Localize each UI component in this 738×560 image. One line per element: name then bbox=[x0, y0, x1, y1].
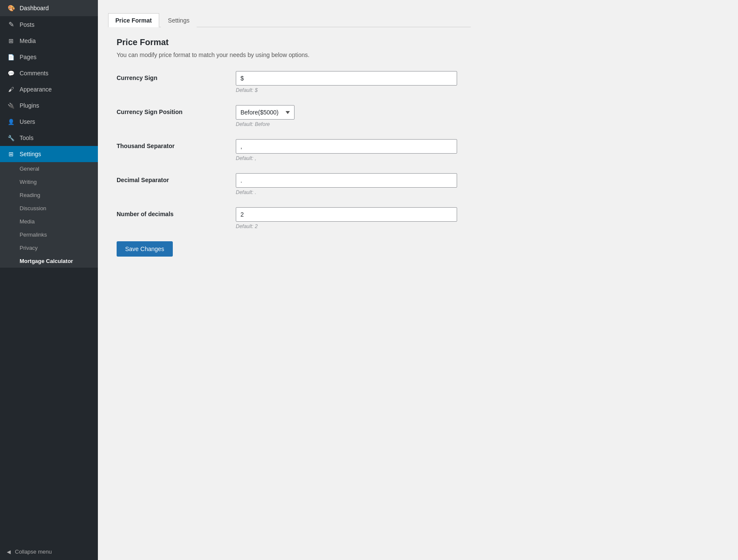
submenu-item-permalinks[interactable]: Permalinks bbox=[0, 228, 98, 241]
collapse-icon bbox=[7, 549, 11, 555]
sidebar-item-label: Tools bbox=[20, 134, 34, 141]
decimal-separator-label: Decimal Separator bbox=[117, 173, 236, 183]
sidebar: Dashboard Posts Media Pages Comments App… bbox=[0, 0, 98, 560]
page-body: Price Format You can modify price format… bbox=[108, 37, 471, 265]
collapse-menu-label: Collapse menu bbox=[15, 549, 52, 555]
submenu-item-media[interactable]: Media bbox=[0, 215, 98, 228]
page-title: Price Format bbox=[117, 37, 462, 47]
pages-icon bbox=[7, 53, 15, 61]
currency-position-select[interactable]: Before($5000) After($5000) bbox=[236, 105, 295, 120]
dashboard-icon bbox=[7, 4, 15, 12]
tab-price-format[interactable]: Price Format bbox=[108, 13, 159, 27]
submenu-item-mortgage-calculator[interactable]: Mortgage Calculator bbox=[0, 254, 98, 268]
currency-sign-default: Default: $ bbox=[236, 87, 457, 93]
main-content: Price Format Settings Price Format You c… bbox=[98, 0, 738, 560]
sidebar-item-label: Settings bbox=[20, 151, 41, 157]
currency-position-default: Default: Before bbox=[236, 121, 457, 127]
num-decimals-row: Number of decimals Default: 2 bbox=[117, 207, 462, 229]
tab-settings[interactable]: Settings bbox=[161, 13, 197, 27]
currency-position-control: Before($5000) After($5000) Default: Befo… bbox=[236, 105, 457, 127]
submenu-item-reading[interactable]: Reading bbox=[0, 189, 98, 202]
sidebar-item-dashboard[interactable]: Dashboard bbox=[0, 0, 98, 16]
submenu-item-general[interactable]: General bbox=[0, 162, 98, 175]
sidebar-item-settings[interactable]: Settings bbox=[0, 146, 98, 162]
num-decimals-label: Number of decimals bbox=[117, 207, 236, 217]
page-description: You can modify price format to match you… bbox=[117, 51, 462, 58]
thousand-separator-default: Default: , bbox=[236, 155, 457, 161]
sidebar-item-label: Dashboard bbox=[20, 5, 49, 11]
plugins-icon bbox=[7, 102, 15, 109]
sidebar-item-label: Posts bbox=[20, 21, 34, 28]
submenu-item-writing[interactable]: Writing bbox=[0, 175, 98, 189]
sidebar-item-label: Pages bbox=[20, 54, 37, 60]
thousand-separator-input[interactable] bbox=[236, 139, 457, 154]
tools-icon bbox=[7, 134, 15, 142]
sidebar-item-label: Users bbox=[20, 118, 35, 125]
sidebar-item-label: Appearance bbox=[20, 86, 52, 93]
save-button-container: Save Changes bbox=[117, 241, 462, 257]
sidebar-item-media[interactable]: Media bbox=[0, 33, 98, 49]
sidebar-item-pages[interactable]: Pages bbox=[0, 49, 98, 65]
save-changes-button[interactable]: Save Changes bbox=[117, 241, 173, 257]
media-icon bbox=[7, 37, 15, 45]
sidebar-item-posts[interactable]: Posts bbox=[0, 16, 98, 33]
currency-sign-label: Currency Sign bbox=[117, 71, 236, 81]
collapse-menu-button[interactable]: Collapse menu bbox=[0, 543, 98, 560]
comments-icon bbox=[7, 69, 15, 77]
thousand-separator-control: Default: , bbox=[236, 139, 457, 161]
posts-icon bbox=[7, 20, 15, 29]
currency-position-label: Currency Sign Position bbox=[117, 105, 236, 115]
users-icon bbox=[7, 118, 15, 126]
sidebar-item-tools[interactable]: Tools bbox=[0, 130, 98, 146]
submenu-item-privacy[interactable]: Privacy bbox=[0, 241, 98, 254]
decimal-separator-control: Default: . bbox=[236, 173, 457, 195]
decimal-separator-default: Default: . bbox=[236, 189, 457, 195]
currency-sign-input[interactable] bbox=[236, 71, 457, 86]
sidebar-item-label: Media bbox=[20, 37, 36, 44]
sidebar-item-label: Plugins bbox=[20, 102, 39, 109]
currency-position-row: Currency Sign Position Before($5000) Aft… bbox=[117, 105, 462, 127]
currency-sign-control: Default: $ bbox=[236, 71, 457, 93]
decimal-separator-row: Decimal Separator Default: . bbox=[117, 173, 462, 195]
sidebar-item-users[interactable]: Users bbox=[0, 114, 98, 130]
num-decimals-control: Default: 2 bbox=[236, 207, 457, 229]
sidebar-item-appearance[interactable]: Appearance bbox=[0, 81, 98, 97]
settings-icon bbox=[7, 150, 15, 158]
thousand-separator-row: Thousand Separator Default: , bbox=[117, 139, 462, 161]
thousand-separator-label: Thousand Separator bbox=[117, 139, 236, 149]
sidebar-item-comments[interactable]: Comments bbox=[0, 65, 98, 81]
appearance-icon bbox=[7, 86, 15, 93]
decimal-separator-input[interactable] bbox=[236, 173, 457, 188]
tab-bar: Price Format Settings bbox=[108, 9, 471, 27]
num-decimals-default: Default: 2 bbox=[236, 223, 457, 229]
settings-submenu: General Writing Reading Discussion Media… bbox=[0, 162, 98, 268]
submenu-item-discussion[interactable]: Discussion bbox=[0, 202, 98, 215]
sidebar-item-plugins[interactable]: Plugins bbox=[0, 97, 98, 114]
sidebar-item-label: Comments bbox=[20, 70, 49, 77]
num-decimals-input[interactable] bbox=[236, 207, 457, 222]
currency-sign-row: Currency Sign Default: $ bbox=[117, 71, 462, 93]
